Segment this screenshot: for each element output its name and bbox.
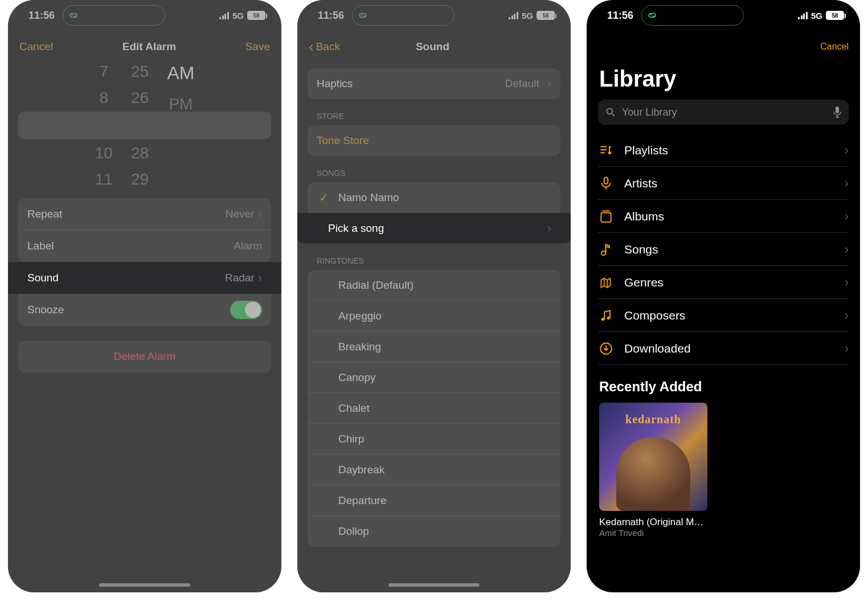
- snooze-list: Snooze: [18, 294, 271, 326]
- album-icon: [598, 209, 614, 224]
- ringtones-list: Radial (Default)ArpeggioBreakingCanopyCh…: [308, 270, 560, 547]
- library-item-label: Albums: [624, 210, 664, 223]
- dynamic-island[interactable]: [641, 5, 744, 26]
- screen-edit-alarm: 11:56 5G 58 Cancel Edit Alarm Save 78 9 …: [8, 0, 281, 592]
- cancel-button[interactable]: Cancel: [19, 40, 53, 53]
- ringtone-row[interactable]: Daybreak: [308, 455, 560, 485]
- library-item-label: Downloaded: [624, 342, 691, 355]
- library-row-genre[interactable]: Genres›: [598, 266, 849, 299]
- artist-icon: [598, 176, 614, 191]
- library-row-artist[interactable]: Artists›: [598, 167, 849, 200]
- signal-bars-icon: [509, 11, 518, 19]
- ringtone-row[interactable]: Departure: [308, 485, 560, 516]
- chevron-right-icon: ›: [845, 176, 849, 191]
- cancel-button[interactable]: Cancel: [820, 42, 849, 52]
- library-item-label: Genres: [624, 276, 664, 289]
- store-header: STORE: [297, 99, 571, 125]
- pick-a-song-row[interactable]: Pick a song ›: [297, 213, 571, 244]
- library-row-song[interactable]: Songs›: [598, 233, 849, 266]
- home-indicator[interactable]: [388, 583, 480, 587]
- nav-bar: ‹Back Sound: [297, 31, 571, 63]
- download-icon: [598, 341, 614, 356]
- ringtone-row[interactable]: Radial (Default): [308, 270, 560, 301]
- repeat-label: Repeat: [27, 208, 62, 220]
- haptics-label: Haptics: [317, 77, 353, 90]
- link-icon: [357, 10, 369, 21]
- album-title: Kedarnath (Original Mo…: [599, 517, 707, 528]
- battery-icon: 58: [537, 11, 555, 20]
- dynamic-island[interactable]: [63, 5, 165, 26]
- search-icon: [605, 107, 616, 118]
- back-button[interactable]: ‹Back: [309, 38, 340, 56]
- svg-point-0: [607, 108, 612, 114]
- album-cover: kedarnath: [599, 403, 707, 511]
- search-input[interactable]: Your Library: [598, 100, 849, 125]
- network-label: 5G: [522, 11, 533, 21]
- nav-bar: Cancel Edit Alarm Save: [8, 31, 281, 63]
- checkmark-icon: ✓: [317, 191, 330, 204]
- svg-rect-4: [604, 177, 608, 184]
- status-time: 11:56: [607, 10, 633, 22]
- network-label: 5G: [811, 11, 822, 21]
- library-row-composer[interactable]: Composers›: [598, 299, 849, 332]
- status-bar: 11:56 5G 58: [8, 0, 281, 31]
- library-row-playlist[interactable]: Playlists›: [598, 134, 849, 167]
- label-label: Label: [27, 240, 54, 252]
- snooze-row: Snooze: [18, 294, 271, 326]
- time-picker[interactable]: 78 9 1011 2526 27 2829 AM PM: [8, 63, 281, 188]
- status-bar: 11:56 5G 58: [587, 0, 860, 31]
- sound-row[interactable]: Sound Radar›: [8, 262, 281, 294]
- svg-rect-2: [836, 107, 839, 113]
- network-label: 5G: [232, 11, 244, 21]
- album-artist: Amit Trivedi: [599, 528, 707, 538]
- chevron-right-icon: ›: [258, 271, 262, 285]
- label-row[interactable]: Label Alarm: [18, 230, 271, 262]
- microphone-icon[interactable]: [833, 106, 842, 118]
- library-item-label: Artists: [624, 177, 657, 190]
- ringtone-row[interactable]: Arpeggio: [308, 301, 560, 331]
- screen-library: 11:56 5G 58 Cancel Library Your Library …: [587, 0, 860, 592]
- signal-bars-icon: [798, 11, 808, 19]
- ringtone-row[interactable]: Chalet: [308, 393, 560, 424]
- chevron-right-icon: ›: [845, 341, 849, 356]
- library-item-label: Composers: [624, 309, 685, 322]
- battery-icon: 58: [247, 11, 265, 20]
- alarm-options-list: Repeat Never› Label Alarm: [18, 198, 271, 262]
- repeat-row[interactable]: Repeat Never›: [18, 198, 271, 230]
- svg-line-1: [612, 114, 615, 116]
- home-indicator[interactable]: [99, 583, 190, 587]
- song-icon: [598, 242, 614, 257]
- search-placeholder: Your Library: [622, 107, 827, 118]
- link-icon: [646, 10, 658, 21]
- genre-icon: [598, 275, 614, 290]
- ringtone-row[interactable]: Chirp: [308, 424, 560, 455]
- ringtone-row[interactable]: Dollop: [308, 516, 560, 547]
- library-row-album[interactable]: Albums›: [598, 200, 849, 233]
- svg-point-6: [601, 251, 606, 255]
- sound-label: Sound: [27, 272, 59, 284]
- album-card[interactable]: kedarnath Kedarnath (Original Mo… Amit T…: [599, 403, 707, 538]
- page-title: Library: [587, 63, 860, 100]
- status-time: 11:56: [318, 10, 344, 22]
- chevron-right-icon: ›: [845, 209, 849, 224]
- ringtone-row[interactable]: Breaking: [308, 331, 560, 362]
- tone-store-row[interactable]: Tone Store: [308, 125, 560, 156]
- save-button[interactable]: Save: [245, 40, 270, 53]
- library-row-download[interactable]: Downloaded›: [598, 332, 849, 365]
- snooze-toggle[interactable]: [230, 301, 262, 319]
- delete-alarm-button[interactable]: Delete Alarm: [18, 341, 271, 373]
- screen-sound: 11:56 5G 58 ‹Back Sound Haptics Default …: [297, 0, 571, 592]
- songs-header: SONGS: [297, 156, 571, 182]
- haptics-row[interactable]: Haptics Default ›: [308, 68, 560, 99]
- page-title: Sound: [416, 40, 449, 53]
- playlist-icon: [598, 143, 614, 158]
- chevron-right-icon: ›: [845, 308, 849, 323]
- status-bar: 11:56 5G 58: [297, 0, 571, 31]
- ringtone-row[interactable]: Canopy: [308, 362, 560, 393]
- dynamic-island[interactable]: [352, 5, 455, 26]
- status-time: 11:56: [28, 10, 55, 22]
- nav-bar: Cancel: [587, 31, 860, 63]
- snooze-label: Snooze: [27, 304, 64, 316]
- song-row[interactable]: ✓ Namo Namo: [308, 182, 560, 213]
- battery-icon: 58: [826, 11, 844, 20]
